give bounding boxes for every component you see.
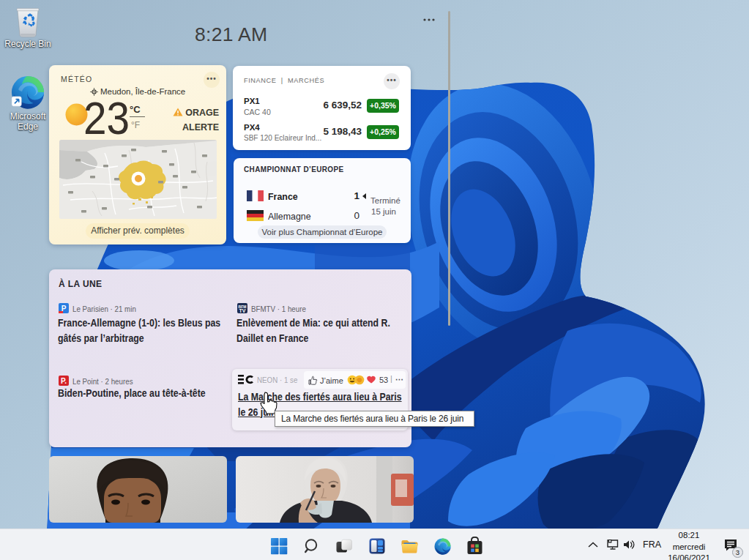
svg-text:TV: TV <box>239 308 246 313</box>
svg-text:P: P <box>62 305 67 313</box>
svg-text:P.: P. <box>61 377 67 385</box>
